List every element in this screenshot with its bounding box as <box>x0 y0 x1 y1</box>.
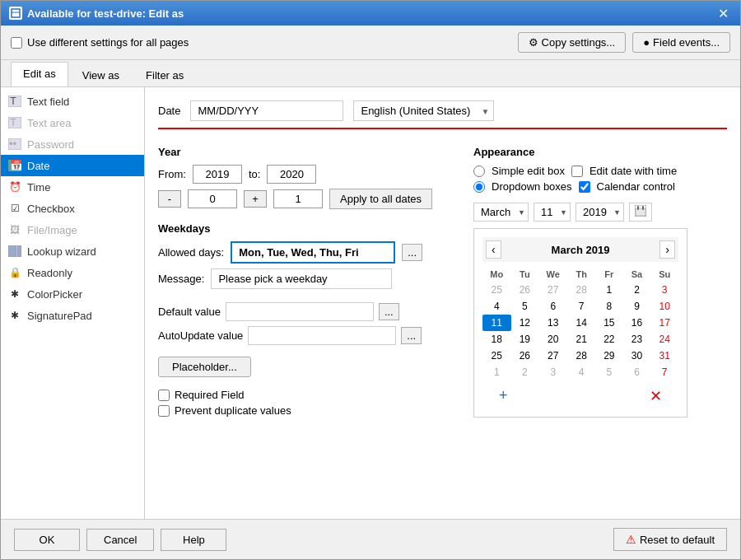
calendar-day[interactable]: 12 <box>511 315 539 331</box>
prevent-duplicate-checkbox[interactable] <box>158 405 170 417</box>
cancel-button[interactable]: Cancel <box>86 529 154 551</box>
edit-datetime-checkbox[interactable] <box>571 166 583 177</box>
sidebar-item-password[interactable]: •• Password <box>1 133 144 155</box>
calendar-day[interactable]: 11 <box>482 315 511 331</box>
calendar-day[interactable]: 22 <box>595 331 623 348</box>
required-field-checkbox[interactable] <box>158 390 170 401</box>
copy-settings-button[interactable]: ⚙ Copy settings... <box>518 32 627 53</box>
calendar-day[interactable]: 25 <box>482 348 511 364</box>
tab-view-as[interactable]: View as <box>70 63 132 86</box>
day-select[interactable]: 11 <box>534 203 571 222</box>
sidebar-item-file-image[interactable]: 🖼 File/Image <box>1 219 144 240</box>
default-value-input[interactable] <box>226 302 374 321</box>
simple-edit-radio[interactable] <box>473 166 485 177</box>
calendar-checkbox[interactable] <box>579 181 590 193</box>
locale-select[interactable]: English (United States) <box>353 100 494 121</box>
calendar-day[interactable]: 10 <box>650 298 678 315</box>
dropdown-radio[interactable] <box>473 181 485 193</box>
svg-text:📅: 📅 <box>10 160 21 171</box>
calendar-day[interactable]: 6 <box>538 298 567 315</box>
apply-dates-button[interactable]: Apply to all dates <box>329 189 432 209</box>
calendar-day[interactable]: 24 <box>650 331 678 348</box>
sidebar-item-time[interactable]: ⏰ Time <box>1 176 144 198</box>
allowed-days-ellipsis-button[interactable]: ... <box>402 244 422 261</box>
calendar-day[interactable]: 28 <box>567 282 595 298</box>
close-button[interactable]: ✕ <box>715 6 732 21</box>
calendar-day[interactable]: 23 <box>623 331 651 348</box>
calendar-footer: + ✕ <box>482 384 678 408</box>
sidebar-item-colorpicker[interactable]: ✱ ColorPicker <box>1 283 144 305</box>
next-month-button[interactable]: › <box>659 240 675 259</box>
calendar-day[interactable]: 13 <box>538 315 567 331</box>
calendar-day[interactable]: 5 <box>511 298 539 315</box>
sidebar-item-lookup-wizard[interactable]: Lookup wizard <box>1 240 144 262</box>
sidebar-item-checkbox[interactable]: ☑ Checkbox <box>1 198 144 219</box>
calendar-day[interactable]: 2 <box>511 364 539 380</box>
calendar-day[interactable]: 25 <box>482 282 511 298</box>
calendar-day[interactable]: 1 <box>482 364 511 380</box>
calendar-day[interactable]: 20 <box>538 331 567 348</box>
calendar-day[interactable]: 18 <box>482 331 511 348</box>
default-value-ellipsis-button[interactable]: ... <box>379 303 399 320</box>
sidebar-item-text-field[interactable]: T Text field <box>1 91 144 112</box>
calendar-day[interactable]: 17 <box>650 315 678 331</box>
calendar-day[interactable]: 4 <box>482 298 511 315</box>
calendar-day[interactable]: 6 <box>623 364 651 380</box>
calendar-day[interactable]: 4 <box>567 364 595 380</box>
calendar-day[interactable]: 27 <box>538 348 567 364</box>
checkbox-icon: ☑ <box>7 201 22 216</box>
calendar-grid-button[interactable] <box>629 203 652 222</box>
calendar-day[interactable]: 3 <box>650 282 678 298</box>
reset-button[interactable]: ⚠ Reset to default <box>613 528 727 551</box>
year-select[interactable]: 2019 <box>576 203 624 222</box>
calendar-day[interactable]: 26 <box>511 282 539 298</box>
calendar-day[interactable]: 14 <box>567 315 595 331</box>
autoupdate-ellipsis-button[interactable]: ... <box>401 327 422 344</box>
sidebar-item-date[interactable]: 📅 Date <box>1 155 144 176</box>
calendar-day[interactable]: 28 <box>567 348 595 364</box>
calendar-day[interactable]: 5 <box>595 364 623 380</box>
message-input[interactable] <box>211 268 392 289</box>
different-settings-checkbox[interactable] <box>11 37 22 49</box>
field-events-button[interactable]: ● Field events... <box>632 32 730 53</box>
year-from-input[interactable] <box>193 165 242 184</box>
svg-rect-14 <box>637 206 639 210</box>
calendar-day[interactable]: 8 <box>595 298 623 315</box>
calendar-day[interactable]: 3 <box>538 364 567 380</box>
date-format-input[interactable] <box>190 100 343 121</box>
calendar-day[interactable]: 9 <box>623 298 651 315</box>
placeholder-button[interactable]: Placeholder... <box>158 357 251 377</box>
sidebar-item-signaturepad[interactable]: ✱ SignaturePad <box>1 305 144 326</box>
year-to-input[interactable] <box>267 165 316 184</box>
autoupdate-input[interactable] <box>248 326 396 345</box>
ok-button[interactable]: OK <box>14 529 80 551</box>
month-select[interactable]: March <box>473 203 529 222</box>
calendar-day[interactable]: 7 <box>567 298 595 315</box>
calendar-delete-button[interactable]: ✕ <box>650 387 662 405</box>
calendar-add-button[interactable]: + <box>499 387 508 405</box>
calendar-day[interactable]: 29 <box>595 348 623 364</box>
year-minus-input[interactable] <box>188 189 237 208</box>
calendar-day[interactable]: 21 <box>567 331 595 348</box>
calendar-day[interactable]: 30 <box>623 348 651 364</box>
year-minus-button[interactable]: - <box>158 190 181 208</box>
calendar-day[interactable]: 19 <box>511 331 539 348</box>
year-plus-input[interactable] <box>273 189 323 208</box>
prev-month-button[interactable]: ‹ <box>486 240 501 259</box>
help-button[interactable]: Help <box>161 529 226 551</box>
calendar-day[interactable]: 7 <box>650 364 678 380</box>
calendar-day[interactable]: 16 <box>623 315 651 331</box>
allowed-days-input[interactable] <box>231 241 395 264</box>
tab-filter-as[interactable]: Filter as <box>133 63 196 86</box>
sidebar-item-text-area[interactable]: T Text area <box>1 112 144 133</box>
year-plus-button[interactable]: + <box>244 190 267 208</box>
calendar-day[interactable]: 26 <box>511 348 539 364</box>
calendar-day[interactable]: 27 <box>538 282 567 298</box>
tab-edit-as[interactable]: Edit as <box>11 62 68 86</box>
sidebar-item-readonly[interactable]: 🔒 Readonly <box>1 262 144 283</box>
calendar-day[interactable]: 1 <box>595 282 623 298</box>
calendar-day[interactable]: 15 <box>595 315 623 331</box>
calendar-day[interactable]: 2 <box>623 282 651 298</box>
calendar-day[interactable]: 31 <box>650 348 678 364</box>
different-settings-label[interactable]: Use different settings for all pages <box>11 36 189 49</box>
